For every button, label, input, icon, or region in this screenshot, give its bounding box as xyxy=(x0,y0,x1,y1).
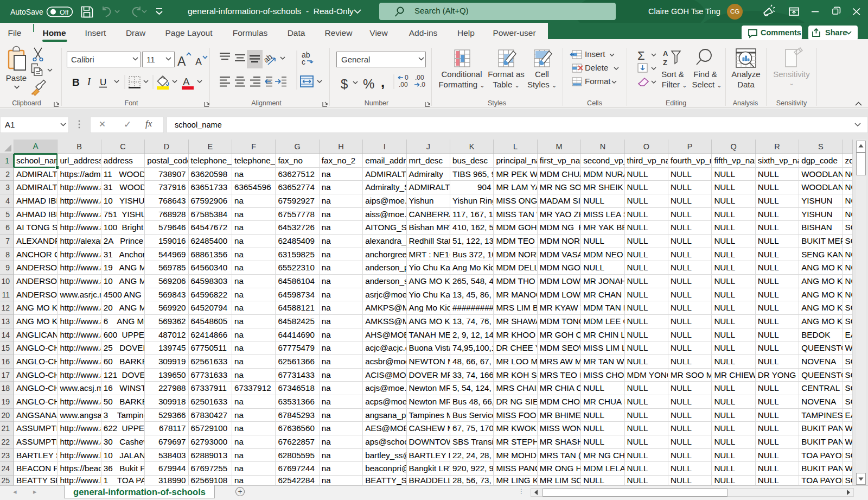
svg-text:Σ: Σ xyxy=(637,49,645,62)
svg-text:Z: Z xyxy=(663,59,667,67)
svg-text:.00: .00 xyxy=(399,81,408,88)
svg-text:A: A xyxy=(183,76,190,87)
svg-text:.00: .00 xyxy=(415,74,424,81)
svg-text:.0: .0 xyxy=(420,81,425,88)
svg-text:I: I xyxy=(87,77,91,87)
svg-text:A: A xyxy=(177,54,186,68)
svg-text:0: 0 xyxy=(405,74,409,81)
svg-text:A: A xyxy=(663,49,668,58)
svg-text:,: , xyxy=(381,74,385,90)
svg-text:U: U xyxy=(100,77,106,87)
svg-text:A: A xyxy=(195,56,202,67)
svg-text:c: c xyxy=(302,58,305,66)
svg-text:%: % xyxy=(363,77,374,91)
svg-text:B: B xyxy=(72,77,80,88)
svg-text:$: $ xyxy=(341,77,348,91)
